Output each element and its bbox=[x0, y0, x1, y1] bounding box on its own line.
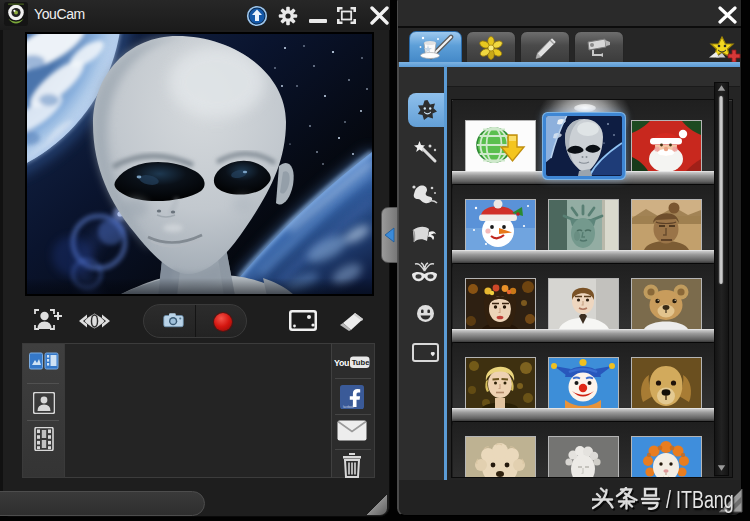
svg-text:You: You bbox=[334, 358, 349, 368]
svg-text:Tube: Tube bbox=[352, 358, 370, 367]
svg-text:facebook: facebook bbox=[343, 405, 354, 409]
